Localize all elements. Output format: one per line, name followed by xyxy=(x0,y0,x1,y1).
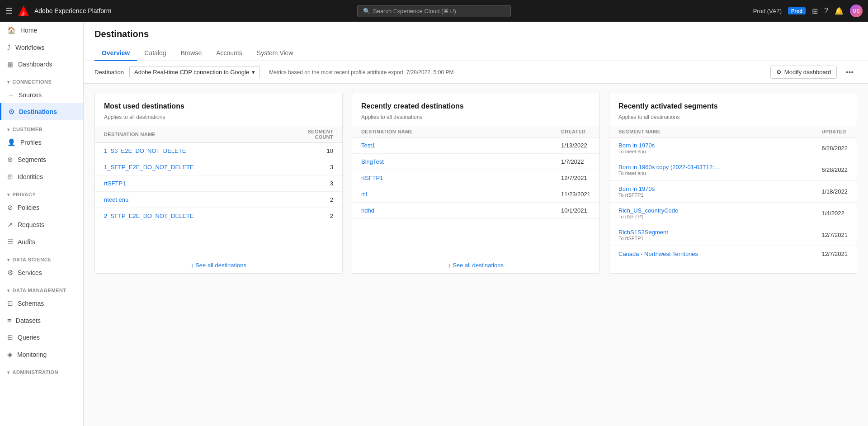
sidebar-item-profiles[interactable]: 👤 Profiles xyxy=(0,134,83,151)
sidebar-item-queries[interactable]: ⊟ Queries xyxy=(0,329,83,346)
privacy-section-header[interactable]: ▾ PRIVACY xyxy=(0,185,83,199)
datascience-section-label: DATA SCIENCE xyxy=(13,257,52,262)
destination-link[interactable]: rtSFTP1 xyxy=(104,180,126,187)
tab-browse[interactable]: Browse xyxy=(174,46,209,61)
table-row: BingTest 1/7/2022 xyxy=(352,154,599,170)
table-row: 1_SFTP_E2E_DO_NOT_DELETE 3 xyxy=(95,159,342,175)
recently-activated-scroll[interactable]: SEGMENT NAME UPDATED Born in 1970s To me… xyxy=(609,126,857,273)
table-row: 2_SFTP_E2E_DO_NOT_DELETE 2 xyxy=(95,208,342,224)
segment-count: 3 xyxy=(288,159,342,175)
recently-created-subtitle: Applies to all destinations xyxy=(352,112,599,126)
more-options-button[interactable]: ••• xyxy=(842,66,857,78)
destination-link[interactable]: hdhd xyxy=(361,207,374,214)
audits-icon: ☰ xyxy=(7,238,13,246)
table-row: 1_S3_E2E_DO_NOT_DELETE 10 xyxy=(95,143,342,159)
sidebar-item-monitoring[interactable]: ◈ Monitoring xyxy=(0,346,83,363)
recently-created-scroll[interactable]: DESTINATION NAME CREATED Test1 1/13/2022… xyxy=(352,126,599,257)
recently-created-see-all[interactable]: ↓ See all destinations xyxy=(352,257,599,273)
sidebar-item-services[interactable]: ⚙ Services xyxy=(0,264,83,281)
sidebar-label-segments: Segments xyxy=(18,156,46,163)
app-title: Adobe Experience Platform xyxy=(34,7,111,14)
connections-chevron-icon: ▾ xyxy=(7,80,10,85)
table-row: Born in 1970s To rtSFTP1 1/18/2022 xyxy=(609,181,857,203)
sidebar-item-audits[interactable]: ☰ Audits xyxy=(0,233,83,251)
administration-section-header[interactable]: ▾ ADMINISTRATION xyxy=(0,363,83,377)
help-icon[interactable]: ? xyxy=(824,7,828,15)
connections-section-header[interactable]: ▾ CONNECTIONS xyxy=(0,73,83,86)
apps-icon[interactable]: ⊞ xyxy=(812,7,818,15)
updated-date: 12/7/2021 xyxy=(812,224,857,246)
segment-link[interactable]: Rich_US_countryCode xyxy=(618,207,803,214)
sidebar-item-home[interactable]: 🏠 Home xyxy=(0,22,83,39)
environment-label: Prod (VA7) xyxy=(753,8,782,14)
table-row: Canada - Northwest Territories 12/7/2021 xyxy=(609,246,857,262)
created-date: 12/7/2021 xyxy=(552,170,599,186)
sidebar-item-datasets[interactable]: ≡ Datasets xyxy=(0,312,83,329)
sidebar-label-queries: Queries xyxy=(18,334,40,341)
sidebar-label-destinations: Destinations xyxy=(19,108,57,115)
hamburger-button[interactable]: ☰ xyxy=(5,6,13,16)
segment-link[interactable]: Born in 1960s copy (2022-01-03T12:... xyxy=(618,164,803,170)
tab-accounts[interactable]: Accounts xyxy=(209,46,250,61)
destination-link[interactable]: rt1 xyxy=(361,191,368,198)
sidebar-label-datasets: Datasets xyxy=(16,317,41,324)
customer-chevron-icon: ▾ xyxy=(7,127,10,132)
destination-link[interactable]: meet enu xyxy=(104,196,128,203)
prod-badge[interactable]: Prod xyxy=(788,7,806,14)
destination-dropdown[interactable]: Adobe Real-time CDP connection to Google… xyxy=(129,66,260,78)
datamanagement-section-header[interactable]: ▾ DATA MANAGEMENT xyxy=(0,281,83,295)
table-row: rt1 11/23/2021 xyxy=(352,186,599,203)
tab-systemview[interactable]: System View xyxy=(250,46,301,61)
search-bar[interactable]: 🔍 Search Experience Cloud (⌘+/) xyxy=(357,5,511,17)
destination-link[interactable]: 1_SFTP_E2E_DO_NOT_DELETE xyxy=(104,164,194,170)
table-row: RichS1S2Segment To rtSFTP1 12/7/2021 xyxy=(609,224,857,246)
segment-link[interactable]: Born in 1970s xyxy=(618,142,803,149)
sidebar-item-requests[interactable]: ↗ Requests xyxy=(0,216,83,233)
sidebar-item-workflows[interactable]: ⤴ Workflows xyxy=(0,39,83,56)
page-title: Destinations xyxy=(94,29,857,39)
tab-overview[interactable]: Overview xyxy=(94,46,137,61)
most-used-subtitle: Applies to all destinations xyxy=(95,112,342,126)
destination-link[interactable]: rtSFTP1 xyxy=(361,175,383,181)
profiles-icon: 👤 xyxy=(7,138,16,147)
sidebar-label-services: Services xyxy=(18,269,42,276)
tabs-bar: Overview Catalog Browse Accounts System … xyxy=(94,46,857,61)
tab-catalog[interactable]: Catalog xyxy=(137,46,173,61)
sidebar-item-policies[interactable]: ⊘ Policies xyxy=(0,199,83,216)
customer-section-header[interactable]: ▾ CUSTOMER xyxy=(0,120,83,134)
destination-link[interactable]: Test1 xyxy=(361,142,375,149)
services-icon: ⚙ xyxy=(7,269,13,277)
destination-link[interactable]: 2_SFTP_E2E_DO_NOT_DELETE xyxy=(104,213,194,219)
sidebar-item-identities[interactable]: ⊞ Identities xyxy=(0,168,83,185)
segment-count: 2 xyxy=(288,192,342,208)
notifications-icon[interactable]: 🔔 xyxy=(835,7,844,15)
sidebar-item-destinations[interactable]: ⊙ Destinations xyxy=(0,103,83,120)
segment-link[interactable]: Canada - Northwest Territories xyxy=(618,251,803,257)
sidebar-label-requests: Requests xyxy=(18,221,44,228)
destination-link[interactable]: BingTest xyxy=(361,158,384,165)
segment-link[interactable]: RichS1S2Segment xyxy=(618,229,803,236)
search-placeholder: Search Experience Cloud (⌘+/) xyxy=(373,8,456,14)
most-used-title: Most used destinations xyxy=(95,93,342,112)
sidebar-label-profiles: Profiles xyxy=(20,139,42,146)
recently-created-col-date: CREATED xyxy=(552,126,599,137)
avatar[interactable]: US xyxy=(850,5,863,17)
top-navigation: ☰ Adobe Experience Platform 🔍 Search Exp… xyxy=(0,0,868,22)
most-used-see-all[interactable]: ↓ See all destinations xyxy=(95,257,342,273)
customer-section-label: CUSTOMER xyxy=(13,127,43,132)
segment-link[interactable]: Born in 1970s xyxy=(618,185,803,192)
cards-area: Most used destinations Applies to all de… xyxy=(84,84,868,283)
sidebar-item-segments[interactable]: ⊕ Segments xyxy=(0,151,83,168)
segment-count: 3 xyxy=(288,175,342,192)
sidebar-item-schemas[interactable]: ⊡ Schemas xyxy=(0,295,83,312)
sidebar: 🏠 Home ⤴ Workflows ▦ Dashboards ▾ CONNEC… xyxy=(0,22,84,426)
modify-dashboard-button[interactable]: ⚙ Modify dashboard xyxy=(770,66,837,79)
destination-link[interactable]: 1_S3_E2E_DO_NOT_DELETE xyxy=(104,147,186,154)
most-used-scroll[interactable]: DESTINATION NAME SEGMENTCOUNT 1_S3_E2E_D… xyxy=(95,126,342,257)
table-row: Born in 1960s copy (2022-01-03T12:... To… xyxy=(609,159,857,181)
sidebar-item-sources[interactable]: → Sources xyxy=(0,86,83,103)
sidebar-item-dashboards[interactable]: ▦ Dashboards xyxy=(0,56,83,73)
destinations-icon: ⊙ xyxy=(9,108,14,116)
table-row: rtSFTP1 12/7/2021 xyxy=(352,170,599,186)
datascience-section-header[interactable]: ▾ DATA SCIENCE xyxy=(0,251,83,264)
